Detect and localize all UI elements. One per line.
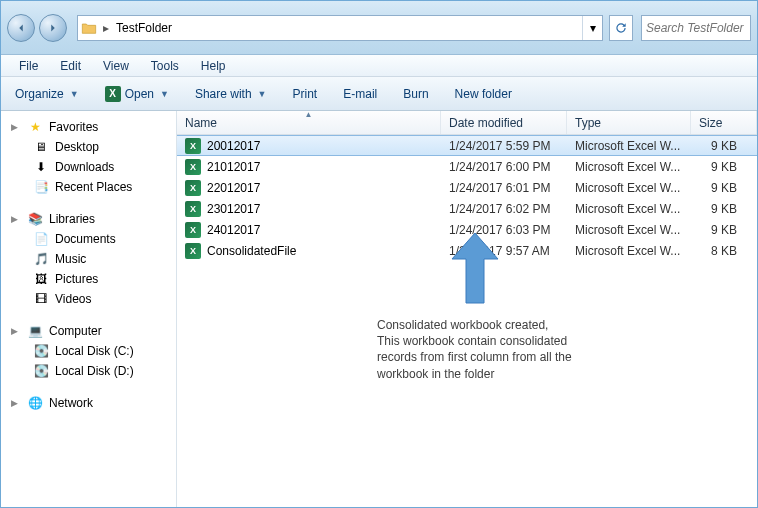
sidebar-favorites[interactable]: ▶ ★ Favorites [1, 117, 176, 137]
file-date: 1/24/2017 6:00 PM [441, 160, 567, 174]
email-button[interactable]: E-mail [337, 84, 383, 104]
column-type[interactable]: Type [567, 111, 691, 134]
file-row[interactable]: 230120171/24/2017 6:02 PMMicrosoft Excel… [177, 198, 757, 219]
arrow-left-icon [14, 21, 28, 35]
column-size[interactable]: Size [691, 111, 757, 134]
sidebar-network[interactable]: ▶ 🌐 Network [1, 393, 176, 413]
file-name: 22012017 [207, 181, 260, 195]
file-type: Microsoft Excel W... [567, 139, 691, 153]
chevron-right-icon[interactable]: ▸ [100, 21, 112, 35]
menu-bar: File Edit View Tools Help [1, 55, 757, 77]
breadcrumb-segment[interactable]: TestFolder [112, 16, 176, 40]
excel-file-icon [185, 201, 201, 217]
annotation-text: Consolidated workbook created, This work… [377, 317, 637, 382]
libraries-icon: 📚 [27, 211, 43, 227]
sidebar-item-documents[interactable]: 📄Documents [1, 229, 176, 249]
file-type: Microsoft Excel W... [567, 160, 691, 174]
share-button[interactable]: Share with▼ [189, 84, 273, 104]
chevron-down-icon: ▼ [70, 89, 79, 99]
file-type: Microsoft Excel W... [567, 202, 691, 216]
excel-file-icon [185, 243, 201, 259]
file-name: 23012017 [207, 202, 260, 216]
column-label: Date modified [449, 116, 523, 130]
documents-icon: 📄 [33, 231, 49, 247]
column-label: Size [699, 116, 722, 130]
menu-file[interactable]: File [9, 57, 48, 75]
excel-file-icon [185, 159, 201, 175]
sidebar-libraries[interactable]: ▶ 📚 Libraries [1, 209, 176, 229]
chevron-down-icon: ▼ [258, 89, 267, 99]
sidebar-item-label: Libraries [49, 212, 95, 226]
sidebar-item-label: Downloads [55, 160, 114, 174]
sidebar-item-downloads[interactable]: ⬇Downloads [1, 157, 176, 177]
file-size: 9 KB [691, 181, 757, 195]
column-label: Name [185, 116, 217, 130]
sidebar-item-label: Pictures [55, 272, 98, 286]
sidebar-item-label: Computer [49, 324, 102, 338]
file-row[interactable]: 210120171/24/2017 6:00 PMMicrosoft Excel… [177, 156, 757, 177]
sidebar-item-disk-c[interactable]: 💽Local Disk (C:) [1, 341, 176, 361]
downloads-icon: ⬇ [33, 159, 49, 175]
file-row[interactable]: 200120171/24/2017 5:59 PMMicrosoft Excel… [177, 135, 757, 156]
network-icon: 🌐 [27, 395, 43, 411]
search-input[interactable] [646, 21, 746, 35]
sidebar-item-label: Local Disk (C:) [55, 344, 134, 358]
print-button[interactable]: Print [287, 84, 324, 104]
sidebar-item-label: Videos [55, 292, 91, 306]
burn-button[interactable]: Burn [397, 84, 434, 104]
tree-toggle-icon[interactable]: ▶ [11, 214, 21, 224]
nav-back-button[interactable] [7, 14, 35, 42]
nav-forward-button[interactable] [39, 14, 67, 42]
address-dropdown[interactable]: ▾ [582, 16, 602, 40]
column-date[interactable]: Date modified [441, 111, 567, 134]
column-headers: Name ▲ Date modified Type Size [177, 111, 757, 135]
organize-button[interactable]: Organize▼ [9, 84, 85, 104]
tree-toggle-icon[interactable]: ▶ [11, 326, 21, 336]
open-button[interactable]: XOpen▼ [99, 83, 175, 105]
title-bar: ▸ TestFolder ▾ [1, 1, 757, 55]
desktop-icon: 🖥 [33, 139, 49, 155]
menu-view[interactable]: View [93, 57, 139, 75]
recent-icon: 📑 [33, 179, 49, 195]
file-type: Microsoft Excel W... [567, 223, 691, 237]
sidebar-item-label: Recent Places [55, 180, 132, 194]
sort-ascending-icon: ▲ [305, 111, 313, 119]
arrow-right-icon [46, 21, 60, 35]
toolbar: Organize▼ XOpen▼ Share with▼ Print E-mai… [1, 77, 757, 111]
file-row[interactable]: 220120171/24/2017 6:01 PMMicrosoft Excel… [177, 177, 757, 198]
sidebar-item-music[interactable]: 🎵Music [1, 249, 176, 269]
refresh-icon [614, 21, 628, 35]
sidebar-item-label: Desktop [55, 140, 99, 154]
sidebar-item-desktop[interactable]: 🖥Desktop [1, 137, 176, 157]
file-type: Microsoft Excel W... [567, 181, 691, 195]
folder-icon [78, 21, 100, 35]
file-name: 20012017 [207, 139, 260, 153]
menu-help[interactable]: Help [191, 57, 236, 75]
file-name: 24012017 [207, 223, 260, 237]
excel-file-icon [185, 138, 201, 154]
chevron-down-icon: ▼ [160, 89, 169, 99]
sidebar-computer[interactable]: ▶ 💻 Computer [1, 321, 176, 341]
newfolder-button[interactable]: New folder [449, 84, 518, 104]
navigation-pane[interactable]: ▶ ★ Favorites 🖥Desktop ⬇Downloads 📑Recen… [1, 111, 177, 507]
explorer-window: ▸ TestFolder ▾ File Edit View Tools Help… [0, 0, 758, 508]
file-list-pane: Name ▲ Date modified Type Size 200120171… [177, 111, 757, 507]
sidebar-item-recent[interactable]: 📑Recent Places [1, 177, 176, 197]
address-bar[interactable]: ▸ TestFolder ▾ [77, 15, 603, 41]
sidebar-item-label: Music [55, 252, 86, 266]
tree-toggle-icon[interactable]: ▶ [11, 398, 21, 408]
refresh-button[interactable] [609, 15, 633, 41]
sidebar-item-label: Local Disk (D:) [55, 364, 134, 378]
sidebar-item-disk-d[interactable]: 💽Local Disk (D:) [1, 361, 176, 381]
file-name: ConsolidatedFile [207, 244, 296, 258]
menu-edit[interactable]: Edit [50, 57, 91, 75]
sidebar-item-pictures[interactable]: 🖼Pictures [1, 269, 176, 289]
search-box[interactable] [641, 15, 751, 41]
sidebar-item-label: Network [49, 396, 93, 410]
column-name[interactable]: Name ▲ [177, 111, 441, 134]
videos-icon: 🎞 [33, 291, 49, 307]
menu-tools[interactable]: Tools [141, 57, 189, 75]
tree-toggle-icon[interactable]: ▶ [11, 122, 21, 132]
file-date: 1/24/2017 6:02 PM [441, 202, 567, 216]
sidebar-item-videos[interactable]: 🎞Videos [1, 289, 176, 309]
